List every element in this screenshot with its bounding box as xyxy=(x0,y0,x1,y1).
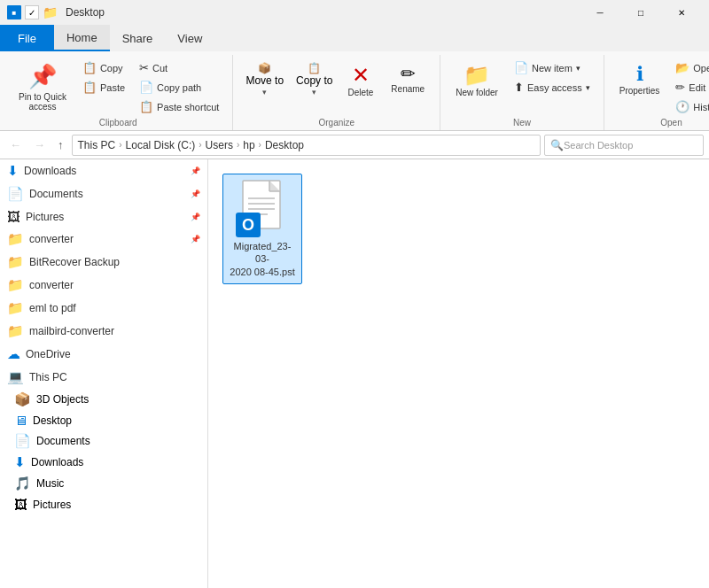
close-button[interactable]: ✕ xyxy=(661,0,702,25)
menu-file[interactable]: File xyxy=(0,25,54,51)
easy-access-button[interactable]: ⬆ Easy access ▾ xyxy=(508,78,596,97)
eml-to-pdf-icon: 📁 xyxy=(7,300,24,316)
window-title: Desktop xyxy=(66,6,574,19)
desktop-crumb[interactable]: Desktop xyxy=(265,139,304,151)
paste-button[interactable]: 📋 Paste xyxy=(76,78,131,97)
sep2: › xyxy=(199,140,201,150)
sidebar-item-music[interactable]: 🎵 Music xyxy=(0,473,207,494)
new-folder-label: New folder xyxy=(456,88,498,97)
move-to-button[interactable]: 📦 Move to ▾ xyxy=(240,58,289,99)
sidebar-item-documents[interactable]: 📄 Documents 📌 xyxy=(0,182,207,205)
copy-button[interactable]: 📋 Copy xyxy=(76,58,131,77)
this-pc-label: This PC xyxy=(29,371,200,383)
clipboard-label: Clipboard xyxy=(99,116,137,130)
desktop-icon: 🖥 xyxy=(14,413,27,428)
bitrecover-icon: 📁 xyxy=(7,254,24,270)
open-group: ℹ Properties 📂 Open ▾ ✏ Edit 🕐 History xyxy=(604,55,709,130)
move-to-main[interactable]: 📦 Move to xyxy=(240,58,289,87)
new-folder-icon: 📁 xyxy=(464,63,490,88)
converter2-label: converter xyxy=(29,279,200,291)
downloads2-label: Downloads xyxy=(31,456,200,468)
open-buttons: ℹ Properties 📂 Open ▾ ✏ Edit 🕐 History xyxy=(612,58,709,116)
mailbird-label: mailbird-converter xyxy=(29,325,200,337)
sidebar-item-converter2[interactable]: 📁 converter xyxy=(0,274,207,297)
pictures2-label: Pictures xyxy=(33,499,200,511)
sidebar-item-this-pc[interactable]: 💻 This PC xyxy=(0,366,207,389)
sidebar-item-converter[interactable]: 📁 converter 📌 xyxy=(0,228,207,251)
users-crumb[interactable]: Users xyxy=(206,139,233,151)
new-folder-button[interactable]: 📁 New folder xyxy=(448,58,506,102)
file-item-pst[interactable]: O Migrated_23-03-2020 08-45.pst xyxy=(222,174,302,284)
sidebar-item-onedrive[interactable]: ☁ OneDrive xyxy=(0,343,207,366)
organize-buttons: 📦 Move to ▾ 📋 Copy to ▾ ✕ Delete ✏ Renam… xyxy=(240,58,432,116)
onedrive-icon: ☁ xyxy=(7,346,20,362)
this-pc-crumb[interactable]: This PC xyxy=(78,139,116,151)
back-button[interactable]: ← xyxy=(5,135,26,154)
copy-label: Copy xyxy=(100,63,123,74)
pin-to-quick-access-button[interactable]: 📌 Pin to Quickaccess xyxy=(11,58,74,116)
cut-icon: ✂ xyxy=(139,61,149,74)
sep4: › xyxy=(259,140,261,150)
copy-to-main[interactable]: 📋 Copy to xyxy=(291,58,338,87)
sidebar-item-pictures2[interactable]: 🖼 Pictures xyxy=(0,494,207,514)
3d-objects-label: 3D Objects xyxy=(36,393,200,406)
history-button[interactable]: 🕐 History xyxy=(669,97,709,116)
cut-button[interactable]: ✂ Cut xyxy=(133,58,225,77)
new-item-button[interactable]: 📄 New item ▾ xyxy=(508,58,596,77)
maximize-button[interactable]: □ xyxy=(620,0,661,25)
sidebar-item-mailbird[interactable]: 📁 mailbird-converter xyxy=(0,320,207,343)
sidebar-item-documents2[interactable]: 📄 Documents xyxy=(0,430,207,452)
hp-crumb[interactable]: hp xyxy=(243,139,254,151)
move-to-label: Move to xyxy=(245,74,284,87)
sidebar-item-pictures[interactable]: 🖼 Pictures 📌 xyxy=(0,205,207,228)
paste-icon: 📋 xyxy=(82,81,97,94)
copy-path-button[interactable]: 📄 Copy path xyxy=(133,78,225,97)
rename-button[interactable]: ✏ Rename xyxy=(383,58,432,98)
pictures2-icon: 🖼 xyxy=(14,497,27,512)
sidebar-item-downloads[interactable]: ⬇ Downloads 📌 xyxy=(0,159,207,182)
pictures-label: Pictures xyxy=(26,211,185,223)
open-button[interactable]: 📂 Open ▾ xyxy=(669,58,709,77)
edit-icon: ✏ xyxy=(675,81,685,94)
properties-label: Properties xyxy=(619,86,660,96)
up-button[interactable]: ↑ xyxy=(53,135,68,154)
sidebar-item-eml-to-pdf[interactable]: 📁 eml to pdf xyxy=(0,297,207,320)
pin-indicator4: 📌 xyxy=(191,235,200,244)
edit-button[interactable]: ✏ Edit xyxy=(669,78,709,97)
downloads2-icon: ⬇ xyxy=(14,454,26,470)
menu-view[interactable]: View xyxy=(165,25,214,51)
delete-label: Delete xyxy=(347,88,373,97)
sidebar-item-desktop[interactable]: 🖥 Desktop xyxy=(0,410,207,430)
copy-icon: 📋 xyxy=(82,61,97,74)
pin-indicator2: 📌 xyxy=(191,190,200,198)
converter-icon: 📁 xyxy=(7,231,24,247)
sidebar-item-3d-objects[interactable]: 📦 3D Objects xyxy=(0,389,207,410)
properties-button[interactable]: ℹ Properties xyxy=(612,58,668,100)
converter-label: converter xyxy=(29,233,185,245)
converter2-icon: 📁 xyxy=(7,277,24,293)
paste-shortcut-button[interactable]: 📋 Paste shortcut xyxy=(133,97,225,116)
copy-paste-col: 📋 Copy 📋 Paste xyxy=(76,58,131,97)
copy-to-button[interactable]: 📋 Copy to ▾ xyxy=(291,58,338,99)
file-area: O Migrated_23-03-2020 08-45.pst xyxy=(208,159,709,588)
delete-button[interactable]: ✕ Delete xyxy=(339,58,381,102)
sidebar-item-downloads2[interactable]: ⬇ Downloads xyxy=(0,452,207,473)
bitrecover-label: BitRecover Backup xyxy=(29,256,200,268)
documents2-label: Documents xyxy=(36,435,200,447)
3d-objects-icon: 📦 xyxy=(14,391,31,407)
menu-share[interactable]: Share xyxy=(110,25,166,51)
address-bar[interactable]: This PC › Local Disk (C:) › Users › hp ›… xyxy=(72,135,541,156)
copy-path-icon: 📄 xyxy=(139,81,153,94)
move-to-arrow[interactable]: ▾ xyxy=(240,87,289,99)
copy-to-arrow[interactable]: ▾ xyxy=(291,87,338,99)
search-bar[interactable]: 🔍 Search Desktop xyxy=(544,135,704,156)
sidebar-item-bitrecover[interactable]: 📁 BitRecover Backup xyxy=(0,251,207,274)
this-pc-icon: 💻 xyxy=(7,369,24,385)
paste-label: Paste xyxy=(100,82,125,93)
menu-home[interactable]: Home xyxy=(54,25,110,51)
local-disk-crumb[interactable]: Local Disk (C:) xyxy=(126,139,196,151)
forward-button[interactable]: → xyxy=(29,135,50,154)
open-icon: 📂 xyxy=(675,61,690,74)
minimize-button[interactable]: ─ xyxy=(580,0,620,25)
properties-icon: ℹ xyxy=(636,63,643,86)
